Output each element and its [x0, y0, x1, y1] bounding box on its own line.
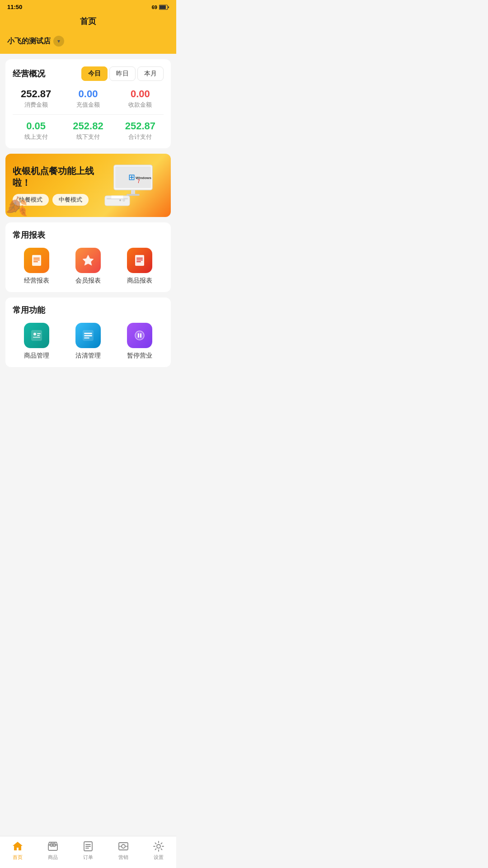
- stat-collection: 0.00 收款金额: [117, 88, 164, 109]
- function-icon-pause: [127, 323, 152, 348]
- tab-month[interactable]: 本月: [137, 66, 164, 81]
- reports-grid: 经营报表 会员报表: [13, 248, 164, 285]
- function-label-sold-out: 沽清管理: [75, 352, 101, 360]
- stat-offline-pay: 252.82 线下支付: [65, 120, 111, 141]
- svg-rect-27: [37, 335, 40, 336]
- offline-pay-value: 252.82: [65, 120, 111, 132]
- online-pay-label: 线上支付: [13, 133, 59, 141]
- online-pay-value: 0.05: [13, 120, 59, 132]
- consumption-label: 消费金额: [13, 101, 59, 109]
- svg-rect-34: [138, 333, 139, 338]
- time-tabs: 今日 昨日 本月: [81, 66, 164, 81]
- reports-title: 常用报表: [13, 230, 164, 241]
- battery-icon: [159, 5, 169, 10]
- report-item-product[interactable]: 商品报表: [116, 248, 164, 285]
- nav-spacer: [5, 373, 171, 409]
- banner-decoration: 🍂: [5, 196, 28, 217]
- stats-row-1: 252.87 消费金额 0.00 充值金额 0.00 收款金额: [13, 88, 164, 109]
- promo-banner[interactable]: 🍂 收银机点餐功能上线啦！ 快餐模式 中餐模式 ⊞ Windows 7: [5, 154, 171, 217]
- reports-card: 常用报表 经营报表 会: [5, 222, 171, 292]
- svg-rect-18: [33, 261, 38, 262]
- svg-point-14: [119, 199, 121, 201]
- svg-rect-35: [140, 333, 141, 338]
- stat-recharge: 0.00 充值金额: [65, 88, 111, 109]
- svg-rect-2: [168, 6, 169, 8]
- business-report-icon: [29, 253, 44, 268]
- svg-rect-31: [84, 335, 92, 336]
- report-label-product: 商品报表: [127, 277, 152, 285]
- svg-rect-30: [84, 333, 92, 334]
- svg-rect-17: [33, 259, 40, 260]
- consumption-value: 252.87: [13, 88, 59, 100]
- recharge-label: 充值金额: [65, 101, 111, 109]
- report-item-business[interactable]: 经营报表: [13, 248, 61, 285]
- total-pay-label: 合计支付: [117, 133, 164, 141]
- banner-title: 收银机点餐功能上线啦！: [13, 165, 100, 189]
- svg-text:7: 7: [137, 179, 140, 184]
- banner-image: ⊞ Windows 7: [100, 163, 164, 208]
- status-icons: 69: [152, 5, 169, 10]
- stat-online-pay: 0.05 线上支付: [13, 120, 59, 141]
- report-label-member: 会员报表: [75, 277, 101, 285]
- svg-rect-24: [31, 330, 42, 341]
- svg-point-25: [33, 333, 36, 335]
- svg-rect-8: [131, 190, 135, 194]
- main-content: 经营概况 今日 昨日 本月 252.87 消费金额 0.00 充值金额 0.00…: [0, 59, 176, 409]
- function-label-pause: 暂停营业: [127, 352, 152, 360]
- svg-rect-22: [136, 259, 143, 260]
- tab-yesterday[interactable]: 昨日: [109, 66, 136, 81]
- report-icon-product: [127, 248, 152, 273]
- pause-icon: [132, 328, 147, 343]
- svg-rect-28: [33, 337, 40, 338]
- svg-rect-26: [37, 333, 41, 334]
- sold-out-icon: [81, 328, 95, 343]
- battery-level: 69: [152, 5, 157, 10]
- svg-rect-32: [84, 337, 89, 339]
- svg-marker-19: [83, 255, 94, 265]
- status-bar: 11:50 69: [0, 0, 176, 12]
- svg-rect-23: [136, 261, 141, 262]
- stat-total-pay: 252.87 合计支付: [117, 120, 164, 141]
- report-icon-member: [75, 248, 101, 273]
- report-icon-business: [24, 248, 49, 273]
- svg-rect-21: [136, 258, 143, 259]
- function-item-pause[interactable]: 暂停营业: [116, 323, 164, 360]
- card-header: 经营概况 今日 昨日 本月: [13, 66, 164, 81]
- status-time: 11:50: [7, 4, 22, 10]
- member-report-icon: [81, 253, 95, 268]
- report-item-member[interactable]: 会员报表: [64, 248, 112, 285]
- product-mgmt-icon: [29, 328, 44, 343]
- svg-point-13: [122, 199, 125, 202]
- function-item-sold-out[interactable]: 沽清管理: [64, 323, 112, 360]
- svg-point-33: [135, 331, 144, 340]
- store-selector[interactable]: 小飞的测试店 ▾: [0, 32, 176, 54]
- svg-rect-1: [160, 5, 166, 9]
- store-name: 小飞的测试店: [7, 37, 51, 46]
- svg-rect-16: [33, 258, 40, 259]
- banner-btn-chinese-food[interactable]: 中餐模式: [52, 194, 89, 206]
- pos-terminal-svg: ⊞ Windows 7: [100, 163, 159, 208]
- offline-pay-label: 线下支付: [65, 133, 111, 141]
- business-title: 经营概况: [13, 68, 45, 79]
- page-title: 首页: [80, 17, 96, 26]
- stats-row-2: 0.05 线上支付 252.82 线下支付 252.87 合计支付: [13, 120, 164, 141]
- recharge-value: 0.00: [65, 88, 111, 100]
- page-header: 首页: [0, 12, 176, 32]
- total-pay-value: 252.87: [117, 120, 164, 132]
- function-icon-product-mgmt: [24, 323, 49, 348]
- function-icon-sold-out: [75, 323, 101, 348]
- collection-value: 0.00: [117, 88, 164, 100]
- product-report-icon: [132, 253, 147, 268]
- business-overview-card: 经营概况 今日 昨日 本月 252.87 消费金额 0.00 充值金额 0.00…: [5, 59, 171, 148]
- tab-today[interactable]: 今日: [81, 66, 108, 81]
- functions-title: 常用功能: [13, 305, 164, 316]
- report-label-business: 经营报表: [24, 277, 49, 285]
- stat-consumption: 252.87 消费金额: [13, 88, 59, 109]
- functions-grid: 商品管理 沽清管理: [13, 323, 164, 360]
- svg-rect-12: [111, 196, 123, 198]
- store-dropdown-chevron[interactable]: ▾: [53, 36, 64, 47]
- svg-text:⊞: ⊞: [128, 173, 135, 182]
- function-label-product-mgmt: 商品管理: [24, 352, 49, 360]
- stats-divider: [13, 114, 164, 115]
- function-item-product-mgmt[interactable]: 商品管理: [13, 323, 61, 360]
